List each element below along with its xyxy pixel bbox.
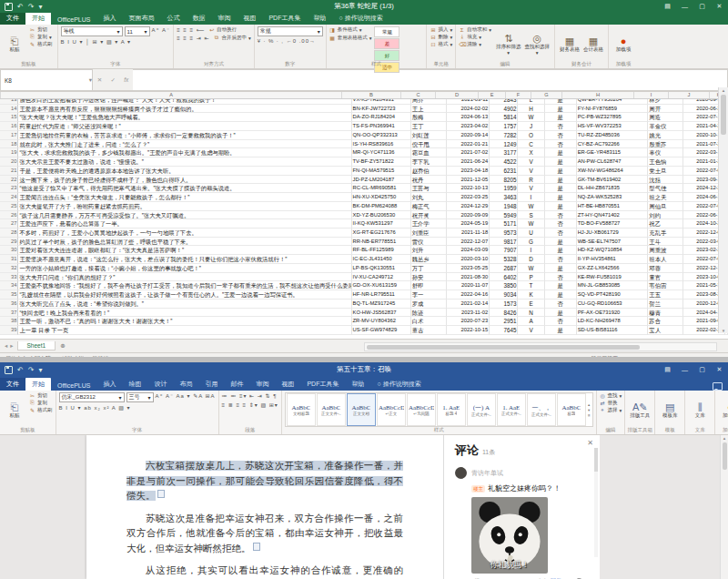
- sheet-tab[interactable]: Sheet1: [17, 341, 56, 350]
- cell[interactable]: 1948: [490, 202, 518, 211]
- font-grow-shrink-buttons[interactable]: A⁺ A⁻: [152, 26, 171, 36]
- cell[interactable]: 否: [545, 255, 577, 264]
- table-row[interactable]: 30 王爱对着张大夫连连道谢，眼眶都红了：“张大夫真是活菩萨啊！” RF-BL-…: [0, 246, 728, 255]
- row-number[interactable]: 36: [0, 300, 18, 309]
- cell[interactable]: 2024-02-02: [447, 105, 490, 114]
- editing-small-button[interactable]: ⇄ 替换: [600, 400, 622, 406]
- comment-anchor-icon[interactable]: [253, 543, 260, 551]
- word-vertical-scrollbar[interactable]: ▴: [720, 435, 728, 579]
- comment-anchor-icon[interactable]: [157, 490, 165, 498]
- cell[interactable]: 是: [545, 148, 577, 157]
- row-number[interactable]: 32: [0, 264, 18, 273]
- cell[interactable]: 刘约: [648, 211, 683, 220]
- ribbon-tab[interactable]: 审阅: [249, 378, 275, 391]
- sheet-next-icon[interactable]: ▸: [10, 342, 13, 350]
- cell[interactable]: 2022-03-25: [447, 193, 490, 202]
- cell[interactable]: 万丁: [411, 264, 447, 273]
- undo-icon[interactable]: ↶: [17, 366, 24, 374]
- cell[interactable]: LP-BS-QK130551: [352, 264, 411, 273]
- cell[interactable]: BN-KF-JW722723: [352, 105, 411, 114]
- cell[interactable]: TV-BF-ZY571822: [352, 157, 411, 167]
- table-row[interactable]: 14 王爱原本不愿意再有所反应，狠狠狠狠想棒揍两个孩子才过了瘾似的。 BN-KF…: [0, 105, 728, 114]
- save-icon[interactable]: [5, 366, 13, 374]
- cell[interactable]: O: [518, 131, 544, 140]
- cell[interactable]: GK-TM-BV619402: [577, 176, 649, 185]
- cell[interactable]: 8205: [490, 176, 518, 185]
- editing-small-button[interactable]: ⌖ 选择▾: [600, 407, 622, 413]
- style-item[interactable]: AaBbC 标题: [557, 393, 586, 426]
- comments-bubble-icon[interactable]: [713, 382, 723, 391]
- cell[interactable]: 王爱原本不愿意再有所反应，狠狠狠狠想棒揍两个孩子才过了瘾似的。: [18, 105, 351, 114]
- cell[interactable]: 赵乔伯: [411, 167, 447, 176]
- cell[interactable]: 药童赶忙代为应道：“师父还没回来呢！”: [18, 122, 351, 131]
- clipboard-small-button[interactable]: ✂ 剪切: [29, 26, 55, 33]
- cell[interactable]: K: [518, 290, 544, 300]
- scrollbar-thumb[interactable]: [721, 95, 726, 135]
- maximize-icon[interactable]: ▢: [693, 366, 711, 373]
- cell[interactable]: V: [518, 184, 544, 193]
- table-row[interactable]: 31 王爱坚决不愿意离开，说道：“这怎么行，张大夫，差点误了我的委托！只要让你们…: [0, 255, 728, 264]
- cell[interactable]: HD-KZ-WQ710854: [577, 246, 649, 255]
- cell[interactable]: 是: [545, 264, 577, 273]
- qat-customize-icon[interactable]: ▾: [38, 3, 42, 11]
- cell[interactable]: 王爱连声应下，悬着的心总算落了一半。: [18, 219, 351, 229]
- editing-big-button[interactable]: ⇅ 排序和筛选▾: [494, 26, 523, 61]
- cell[interactable]: PC-PB-WZ327895: [577, 113, 649, 122]
- gallery-more-icon[interactable]: ≡: [588, 413, 591, 418]
- cell[interactable]: 是: [545, 290, 577, 300]
- cell[interactable]: TU-RZ-ZD485036: [577, 131, 649, 140]
- cell[interactable]: JD-PZ-LM204187: [352, 176, 411, 185]
- zoom-out-icon[interactable]: —: [646, 356, 652, 357]
- cell[interactable]: 王爱一听，激动不已：“真的吗！谢谢张大夫！谢谢张大夫！”: [18, 317, 351, 326]
- cell[interactable]: CY-BZ-AC792266: [577, 140, 649, 149]
- cell[interactable]: MN-JL-GB853085: [577, 281, 649, 290]
- cell[interactable]: 王爱坚决不愿意离开，说道：“这怎么行，张大夫，差点误了我的委托！只要让你们把这小…: [18, 255, 351, 264]
- cell[interactable]: 是: [545, 326, 577, 335]
- cell[interactable]: DL-HH-ZB671835: [577, 184, 649, 193]
- cell[interactable]: 1757: [490, 122, 518, 131]
- cell[interactable]: II-KQ-KW531297: [352, 219, 411, 229]
- cell[interactable]: 7907: [490, 246, 518, 255]
- cell[interactable]: 否: [545, 273, 577, 282]
- align-buttons[interactable]: ≡ ≣ ≡ ≡ ⇕▾ ▨ ⊞▾: [222, 401, 278, 408]
- cell[interactable]: IS-YH-RS839616: [352, 140, 411, 149]
- cell[interactable]: 一旁的张小姑娘也打趣道，接着说：“小豌小姐，你这里的事就放心吧！”: [18, 264, 351, 273]
- cell[interactable]: HF-NR-LR795511: [352, 290, 411, 300]
- cell[interactable]: 祖本人: [648, 255, 683, 264]
- cell[interactable]: 2020-07-23: [447, 317, 490, 326]
- ribbon-tab[interactable]: 文件: [0, 378, 25, 391]
- cell[interactable]: 于是，王爱便将昨天晚上的遭遇原原本本地告诉了张大夫听。: [18, 167, 351, 176]
- cell[interactable]: 7645: [490, 326, 518, 335]
- cell[interactable]: X: [518, 148, 544, 157]
- cell[interactable]: ZT-HY-QN471402: [577, 211, 649, 220]
- row-number[interactable]: 18: [0, 140, 18, 149]
- cell[interactable]: 祖之天: [648, 193, 683, 202]
- row-number[interactable]: 17: [0, 131, 18, 140]
- style-item[interactable]: AaBbC 文档标题: [287, 393, 316, 426]
- clipboard-small-button[interactable]: ✎ 格式刷: [29, 407, 53, 413]
- column-header[interactable]: I: [634, 92, 669, 98]
- cell[interactable]: 张大夫开口问道：“你们真的想好了？”: [18, 273, 351, 282]
- cell[interactable]: FN-QI-MA579515: [352, 167, 411, 176]
- cell[interactable]: 韦伯宙: [648, 281, 683, 290]
- cell[interactable]: KO-HW-JS562837: [352, 309, 411, 318]
- cell[interactable]: 王爱急切地拉住药童的衣袖，苦苦哀求道：“小师傅，求求你们一定要救救我的孩子！”: [18, 131, 351, 140]
- table-row[interactable]: 29 约莫过了半个时辰，孩子的脸色总算红润了些，呼吸也平稳了下来。 RR-NB-…: [0, 238, 728, 247]
- ribbon-tab[interactable]: 文件: [0, 12, 25, 25]
- cell[interactable]: 是: [545, 176, 577, 185]
- editing-small-button[interactable]: ⤓ 填充▾: [459, 34, 491, 40]
- cell[interactable]: 6231: [490, 167, 518, 176]
- cell[interactable]: CU-GQ-RD106653: [577, 300, 649, 309]
- formula-input[interactable]: [133, 69, 728, 91]
- document-paragraph[interactable]: 从这拒绝，其实可以看出幸运女神的合作诚意，更准确的说，现在幸运女神是最不希望苏晓…: [126, 564, 403, 579]
- cell[interactable]: 邓蓉: [648, 264, 683, 273]
- cell[interactable]: 辜仪: [648, 148, 683, 157]
- row-number[interactable]: 22: [0, 176, 18, 185]
- cell[interactable]: 梅正气: [411, 202, 447, 211]
- font-size-select[interactable]: 11▾: [125, 26, 150, 36]
- cell[interactable]: IV-XU-CA249712: [352, 273, 411, 282]
- cell[interactable]: ZR-MV-UY804362: [352, 317, 411, 326]
- ribbon-tab[interactable]: 引用: [198, 378, 224, 391]
- cell[interactable]: 6402: [490, 273, 518, 282]
- table-row[interactable]: 37 “快回去吧！晚上我会再来看看的！” KO-HW-JS562837 陈迹 2…: [0, 309, 728, 318]
